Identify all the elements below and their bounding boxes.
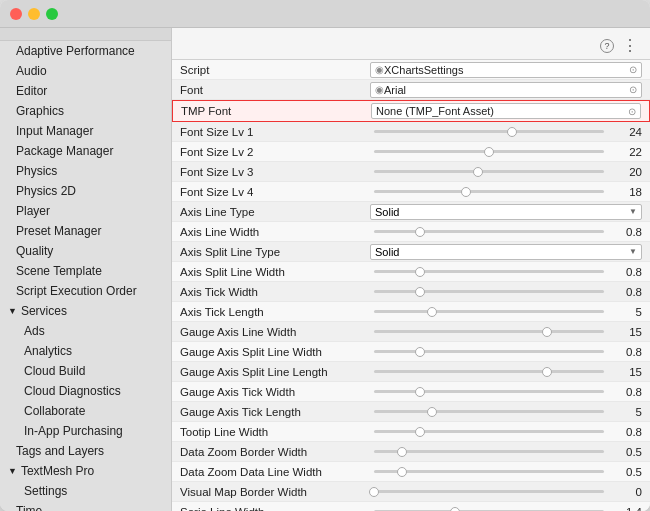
sidebar-item[interactable]: Time [0, 501, 171, 511]
slider-container[interactable] [370, 450, 608, 453]
sidebar-item[interactable]: Physics 2D [0, 181, 171, 201]
slider-track[interactable] [374, 130, 604, 133]
slider-track[interactable] [374, 290, 604, 293]
sidebar-item[interactable]: ▼TextMesh Pro [0, 461, 171, 481]
circle-btn[interactable]: ⊙ [629, 64, 637, 75]
slider-thumb[interactable] [415, 347, 425, 357]
slider-thumb[interactable] [415, 427, 425, 437]
sidebar-item[interactable]: Adaptive Performance [0, 41, 171, 61]
slider-container[interactable] [370, 190, 608, 193]
sidebar-item[interactable]: In-App Purchasing [0, 421, 171, 441]
slider-track[interactable] [374, 150, 604, 153]
row-value: 0.5 [370, 446, 642, 458]
slider-thumb[interactable] [369, 487, 379, 497]
object-field[interactable]: ◉ XChartsSettings ⊙ [370, 62, 642, 78]
slider-track[interactable] [374, 230, 604, 233]
sidebar-item[interactable]: Audio [0, 61, 171, 81]
slider-container[interactable] [370, 150, 608, 153]
sidebar-item-label: Time [16, 504, 42, 511]
sidebar-item[interactable]: Input Manager [0, 121, 171, 141]
circle-btn[interactable]: ⊙ [628, 106, 636, 117]
slider-container[interactable] [370, 170, 608, 173]
sidebar-item[interactable]: Preset Manager [0, 221, 171, 241]
slider-track[interactable] [374, 330, 604, 333]
slider-thumb[interactable] [507, 127, 517, 137]
row-value: 0.8 [370, 426, 642, 438]
slider-track[interactable] [374, 270, 604, 273]
sidebar-item[interactable]: Cloud Diagnostics [0, 381, 171, 401]
slider-track[interactable] [374, 470, 604, 473]
slider-container[interactable] [370, 310, 608, 313]
slider-container[interactable] [370, 370, 608, 373]
slider-container[interactable] [370, 230, 608, 233]
maximize-button[interactable] [46, 8, 58, 20]
slider-track[interactable] [374, 450, 604, 453]
slider-thumb[interactable] [542, 327, 552, 337]
sidebar-item[interactable]: Package Manager [0, 141, 171, 161]
row-label: Gauge Axis Split Line Width [180, 346, 370, 358]
slider-container[interactable] [370, 290, 608, 293]
object-field[interactable]: None (TMP_Font Asset) ⊙ [371, 103, 641, 119]
slider-track[interactable] [374, 490, 604, 493]
slider-track[interactable] [374, 390, 604, 393]
slider-thumb[interactable] [415, 387, 425, 397]
slider-track[interactable] [374, 430, 604, 433]
slider-track[interactable] [374, 370, 604, 373]
slider-container[interactable] [370, 470, 608, 473]
slider-thumb[interactable] [427, 307, 437, 317]
more-icon[interactable]: ⋮ [622, 36, 638, 55]
sidebar-item[interactable]: ▼Services [0, 301, 171, 321]
slider-value: 0.5 [612, 466, 642, 478]
sidebar-item[interactable]: Physics [0, 161, 171, 181]
close-button[interactable] [10, 8, 22, 20]
slider-track[interactable] [374, 170, 604, 173]
sidebar-item[interactable]: Tags and Layers [0, 441, 171, 461]
sidebar-item-label: Scene Template [16, 264, 102, 278]
sidebar-item[interactable]: Graphics [0, 101, 171, 121]
slider-thumb[interactable] [415, 227, 425, 237]
slider-container[interactable] [370, 350, 608, 353]
sidebar-item[interactable]: Player [0, 201, 171, 221]
slider-value: 0.8 [612, 386, 642, 398]
slider-container[interactable] [370, 130, 608, 133]
slider-container[interactable] [370, 390, 608, 393]
circle-btn[interactable]: ⊙ [629, 84, 637, 95]
slider-container[interactable] [370, 410, 608, 413]
sidebar-item[interactable]: Editor [0, 81, 171, 101]
slider-track[interactable] [374, 350, 604, 353]
row-label: Data Zoom Border Width [180, 446, 370, 458]
slider-thumb[interactable] [415, 267, 425, 277]
slider-container[interactable] [370, 330, 608, 333]
sidebar-item[interactable]: Quality [0, 241, 171, 261]
dropdown-field[interactable]: Solid ▼ [370, 204, 642, 220]
minimize-button[interactable] [28, 8, 40, 20]
sidebar-item[interactable]: Scene Template [0, 261, 171, 281]
help-icon[interactable]: ? [600, 39, 614, 53]
sidebar-item[interactable]: Analytics [0, 341, 171, 361]
slider-container[interactable] [370, 270, 608, 273]
slider-thumb[interactable] [450, 507, 460, 512]
sidebar-item[interactable]: Cloud Build [0, 361, 171, 381]
slider-container[interactable] [370, 490, 608, 493]
slider-thumb[interactable] [461, 187, 471, 197]
slider-track[interactable] [374, 310, 604, 313]
sidebar-item[interactable]: Settings [0, 481, 171, 501]
slider-thumb[interactable] [397, 447, 407, 457]
slider-value: 20 [612, 166, 642, 178]
settings-row: Axis Line Type Solid ▼ [172, 202, 650, 222]
sidebar-item[interactable]: Collaborate [0, 401, 171, 421]
sidebar-item[interactable]: Script Execution Order [0, 281, 171, 301]
slider-thumb[interactable] [427, 407, 437, 417]
slider-thumb[interactable] [415, 287, 425, 297]
slider-thumb[interactable] [542, 367, 552, 377]
slider-container[interactable] [370, 430, 608, 433]
row-label: Axis Line Type [180, 206, 370, 218]
dropdown-field[interactable]: Solid ▼ [370, 244, 642, 260]
slider-track[interactable] [374, 410, 604, 413]
slider-thumb[interactable] [484, 147, 494, 157]
slider-thumb[interactable] [397, 467, 407, 477]
sidebar-item[interactable]: Ads [0, 321, 171, 341]
object-field[interactable]: ◉ Arial ⊙ [370, 82, 642, 98]
slider-track[interactable] [374, 190, 604, 193]
slider-thumb[interactable] [473, 167, 483, 177]
